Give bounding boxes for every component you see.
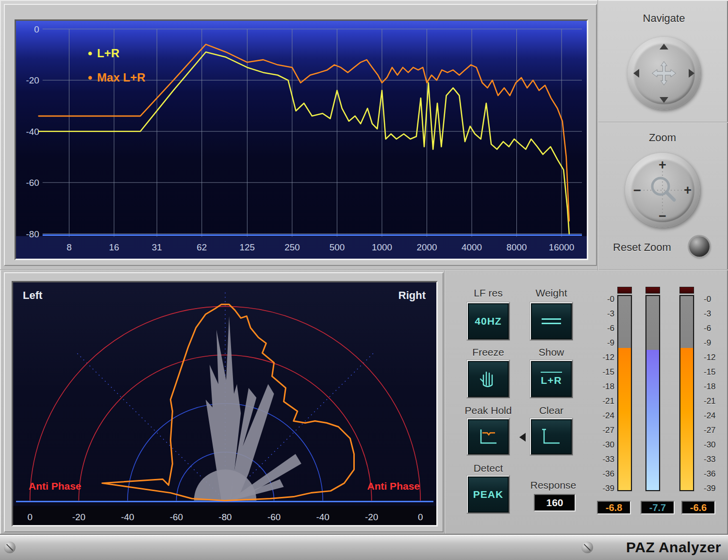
detect-label: Detect: [467, 462, 510, 475]
legend-item-lr: • L+R: [88, 41, 145, 66]
clear-label: Clear: [530, 404, 573, 417]
meter-scale-tick: -15: [704, 367, 725, 378]
meter-scale-tick: -18: [704, 381, 725, 392]
weight-button[interactable]: [530, 302, 573, 340]
svg-text:2000: 2000: [416, 242, 437, 252]
meter-scale-tick: -30: [593, 440, 614, 450]
meter-scale-tick: -9: [593, 338, 614, 348]
navigate-down-icon[interactable]: [660, 97, 668, 103]
zoom-in-right-sign[interactable]: +: [680, 184, 695, 197]
svg-text:-20: -20: [26, 75, 39, 85]
reset-zoom-label: Reset Zoom: [603, 241, 681, 254]
meter-scale-tick: -39: [593, 483, 614, 494]
show-value: L+R: [541, 372, 562, 386]
peak-hold-button[interactable]: [467, 418, 510, 455]
zoom-label: Zoom: [626, 132, 699, 144]
level-meter-mid: [645, 295, 660, 491]
meter-scale-tick: -36: [593, 469, 614, 479]
navigate-label: Navigate: [628, 12, 700, 25]
antiphase-left-label: Anti Phase: [29, 480, 82, 492]
clear-button[interactable]: [530, 418, 573, 455]
meter-scale-tick: -30: [704, 440, 725, 450]
meter-scale-left: -0-3-6-9-12-15-18-21-24-27-30-33-36-39: [593, 294, 614, 498]
meter-scale-tick: -12: [704, 352, 725, 363]
svg-text:62: 62: [197, 242, 207, 252]
svg-text:-40: -40: [316, 512, 329, 522]
meter-scale-tick: -3: [593, 309, 614, 319]
meter-scale-tick: -0: [593, 294, 614, 305]
spectrum-screen: 0-20-40-60-80816316212525050010002000400…: [15, 19, 588, 260]
meter-scale-right: -0-3-6-9-12-15-18-21-24-27-30-33-36-39: [704, 294, 725, 498]
clip-indicator-right: [679, 287, 694, 294]
svg-text:1000: 1000: [372, 242, 392, 252]
meter-scale-tick: -12: [593, 352, 614, 363]
zoom-out-bottom-sign[interactable]: −: [655, 210, 670, 223]
zoom-control[interactable]: + + − −: [625, 153, 700, 228]
phase-left-label: Left: [23, 289, 42, 302]
svg-text:500: 500: [330, 242, 345, 252]
freeze-button[interactable]: [467, 360, 510, 398]
show-button[interactable]: L+R: [530, 360, 573, 398]
svg-text:-20: -20: [72, 512, 85, 522]
svg-text:-80: -80: [218, 512, 232, 522]
spectrum-display: 0-20-40-60-80816316212525050010002000400…: [4, 4, 597, 266]
meter-scale-tick: -33: [593, 454, 614, 465]
control-panel: LF res 40HZ Weight Freeze Show L+R Peak …: [447, 272, 726, 532]
antiphase-right-label: Anti Phase: [367, 480, 420, 492]
meter-scale-tick: -6: [704, 323, 725, 334]
screw-icon: [581, 542, 593, 553]
svg-text:-40: -40: [121, 512, 134, 522]
legend-label-max-lr: Max L+R: [97, 71, 145, 84]
meter-readout-left: -6.8: [597, 501, 631, 514]
weight-icon: [542, 315, 561, 327]
clear-axes-icon: [540, 427, 563, 446]
meter-scale-tick: -36: [704, 469, 725, 479]
svg-text:4000: 4000: [462, 242, 482, 252]
hand-icon: [478, 368, 499, 390]
meter-scale-tick: -6: [593, 323, 614, 334]
meter-fill-mid: [646, 350, 659, 490]
svg-text:-40: -40: [26, 127, 39, 137]
svg-text:125: 125: [240, 242, 255, 252]
freeze-label: Freeze: [467, 346, 510, 359]
lf-res-button[interactable]: 40HZ: [467, 302, 510, 340]
peak-hold-icon: [477, 427, 500, 446]
response-value-field[interactable]: 160: [534, 494, 576, 511]
meter-scale-tick: -24: [593, 411, 614, 421]
peak-hold-label: Peak Hold: [461, 404, 515, 417]
zoom-out-left-sign[interactable]: −: [630, 184, 645, 197]
divider-navigate-zoom: [598, 122, 728, 123]
meter-fill-right: [680, 348, 693, 490]
lf-res-label: LF res: [467, 287, 510, 299]
divider-right-column: [597, 0, 598, 270]
navigate-up-icon[interactable]: [660, 44, 668, 49]
meter-scale-tick: -39: [704, 483, 725, 494]
legend-label-lr: L+R: [97, 47, 119, 60]
meter-readout-mid: -7.7: [641, 501, 675, 514]
screw-icon: [4, 542, 16, 553]
svg-text:8: 8: [66, 242, 72, 252]
phase-right-label: Right: [398, 289, 426, 302]
meter-scale-tick: -15: [593, 367, 614, 378]
clip-indicator-mid: [645, 287, 660, 294]
svg-text:250: 250: [284, 242, 300, 252]
move-cross-icon: [648, 58, 679, 89]
svg-text:-60: -60: [170, 512, 183, 522]
svg-text:-60: -60: [26, 178, 39, 188]
zoom-in-top-sign[interactable]: +: [655, 159, 670, 172]
reset-zoom-button[interactable]: [689, 236, 710, 257]
lf-res-value: 40HZ: [475, 315, 501, 327]
response-value: 160: [546, 497, 563, 508]
legend-item-max-lr: • Max L+R: [88, 66, 145, 90]
show-label: Show: [530, 346, 573, 359]
level-meter-right: [679, 295, 694, 491]
svg-text:0: 0: [34, 24, 39, 34]
navigate-control[interactable]: [628, 37, 700, 110]
navigate-left-icon[interactable]: [633, 69, 639, 78]
navigate-right-icon[interactable]: [689, 69, 695, 78]
svg-text:0: 0: [418, 512, 423, 522]
meter-scale-tick: -33: [704, 454, 725, 465]
detect-button[interactable]: PEAK: [467, 476, 510, 513]
title-bar: PAZ Analyzer: [0, 534, 728, 560]
detect-value: PEAK: [473, 489, 503, 500]
